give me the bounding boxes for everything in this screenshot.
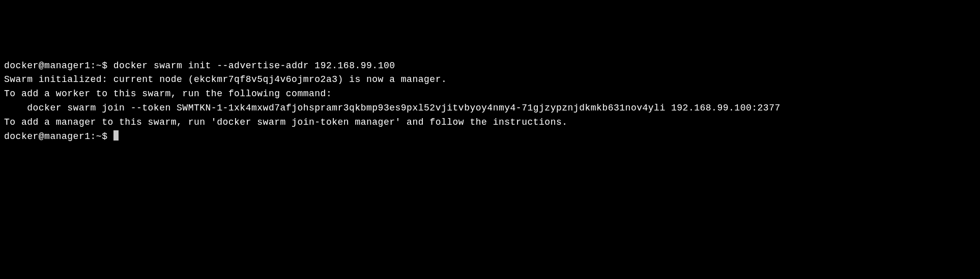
prompt-path: ~ [96,131,102,142]
terminal-output[interactable]: docker@manager1:~$ docker swarm init --a… [4,59,976,144]
output-swarm-initialized: Swarm initialized: current node (ekckmr7… [4,73,976,87]
prompt-user-host: docker@manager1 [4,61,91,71]
prompt-symbol: $ [102,61,107,71]
prompt-user-host: docker@manager1 [4,131,91,142]
prompt-symbol: $ [102,131,107,142]
prompt-path: ~ [96,61,102,71]
command-line-2: docker@manager1:~$ [4,130,976,144]
command-line-1: docker@manager1:~$ docker swarm init --a… [4,59,976,73]
cursor-icon [113,130,119,141]
output-join-command: docker swarm join --token SWMTKN-1-1xk4m… [4,101,976,116]
command-text: docker swarm init --advertise-addr 192.1… [113,61,395,71]
output-add-manager-instruction: To add a manager to this swarm, run 'doc… [4,116,976,130]
output-add-worker-instruction: To add a worker to this swarm, run the f… [4,87,976,101]
